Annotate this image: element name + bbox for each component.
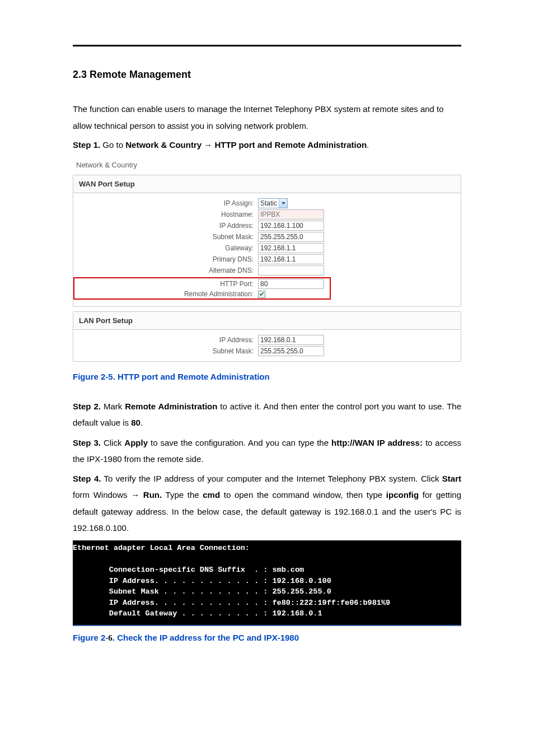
t: http://WAN IP address: bbox=[331, 438, 423, 447]
label-wan-ip: IP Address: bbox=[73, 222, 258, 230]
t: ipconfig bbox=[386, 490, 419, 500]
label-remote-admin: Remote Administration: bbox=[74, 290, 258, 298]
t: . Check the IP address for the PC and IP… bbox=[113, 633, 299, 642]
ip-assign-value: Static bbox=[260, 199, 279, 207]
hostname-input[interactable] bbox=[258, 209, 324, 220]
t: to open the command window, then type bbox=[220, 490, 386, 500]
intro-paragraph: The function can enable users to manage … bbox=[73, 101, 461, 134]
label-primary-dns: Primary DNS: bbox=[73, 255, 258, 263]
step1-label: Step 1. bbox=[73, 140, 100, 150]
chevron-down-icon bbox=[279, 199, 287, 208]
figure-2-6-caption: Figure 2-6. Check the IP address for the… bbox=[73, 633, 461, 643]
t: Start bbox=[442, 474, 461, 483]
t: To verify the IP address of your compute… bbox=[101, 474, 442, 483]
t: . bbox=[140, 418, 143, 427]
step-1: Step 1. Go to Network & Country → HTTP p… bbox=[73, 140, 461, 150]
label-hostname: Hostname: bbox=[73, 211, 258, 218]
step-3: Step 3. Click Apply to save the configur… bbox=[73, 435, 461, 468]
alternate-dns-input[interactable] bbox=[258, 265, 324, 276]
lan-panel-title: LAN Port Setup bbox=[73, 312, 461, 330]
t: 80 bbox=[131, 418, 140, 427]
t: Mark bbox=[101, 402, 125, 411]
label-http-port: HTTP Port: bbox=[74, 280, 258, 288]
section-heading: 2.3 Remote Management bbox=[73, 69, 461, 81]
t: Run. bbox=[143, 490, 162, 500]
svg-marker-0 bbox=[282, 202, 285, 204]
t: Click bbox=[101, 438, 124, 447]
header-rule bbox=[73, 45, 461, 46]
gateway-input[interactable] bbox=[258, 243, 324, 253]
step-2: Step 2. Mark Remote Administration to ac… bbox=[73, 398, 461, 431]
step4-label: Step 4. bbox=[73, 474, 101, 483]
highlighted-settings: HTTP Port: Remote Administration: bbox=[73, 277, 331, 300]
label-ip-assign: IP Assign: bbox=[73, 199, 258, 207]
label-wan-subnet: Subnet Mask: bbox=[73, 233, 258, 241]
ipconfig-terminal: Ethernet adapter Local Area Connection: … bbox=[73, 540, 461, 626]
t: Figure 2- bbox=[73, 633, 108, 642]
lan-ip-input[interactable] bbox=[258, 335, 324, 345]
ip-assign-select[interactable]: Static bbox=[258, 198, 288, 208]
step2-label: Step 2. bbox=[73, 402, 101, 411]
wan-subnet-input[interactable] bbox=[258, 232, 324, 242]
wan-panel-title: WAN Port Setup bbox=[73, 175, 461, 193]
step1-text-b: . bbox=[367, 140, 369, 150]
http-port-input[interactable] bbox=[258, 279, 324, 289]
remote-admin-checkbox[interactable] bbox=[258, 291, 265, 298]
step1-path: Network & Country → HTTP port and Remote… bbox=[125, 140, 367, 150]
breadcrumb: Network & Country bbox=[76, 161, 461, 169]
t: 6 bbox=[108, 633, 113, 642]
figure-2-5-caption: Figure 2-5. HTTP port and Remote Adminis… bbox=[73, 372, 461, 381]
label-alternate-dns: Alternate DNS: bbox=[73, 267, 258, 274]
label-lan-ip: IP Address: bbox=[73, 336, 258, 344]
t: form Windows → bbox=[73, 490, 143, 500]
t: Remote Administration bbox=[125, 402, 217, 411]
primary-dns-input[interactable] bbox=[258, 254, 324, 264]
wan-port-setup-panel: WAN Port Setup IP Assign: Static Hostnam… bbox=[73, 175, 461, 307]
wan-ip-input[interactable] bbox=[258, 221, 324, 231]
t: Type the bbox=[162, 490, 203, 500]
label-gateway: Gateway: bbox=[73, 244, 258, 252]
label-lan-subnet: Subnet Mask: bbox=[73, 347, 258, 355]
t: cmd bbox=[203, 490, 220, 500]
t: to save the configuration. And you can t… bbox=[148, 438, 331, 447]
t: Apply bbox=[124, 438, 148, 447]
step1-text-a: Go to bbox=[100, 140, 125, 150]
step-4: Step 4. To verify the IP address of your… bbox=[73, 470, 461, 536]
lan-port-setup-panel: LAN Port Setup IP Address: Subnet Mask: bbox=[73, 311, 461, 362]
lan-subnet-input[interactable] bbox=[258, 346, 324, 356]
step3-label: Step 3. bbox=[73, 438, 101, 447]
